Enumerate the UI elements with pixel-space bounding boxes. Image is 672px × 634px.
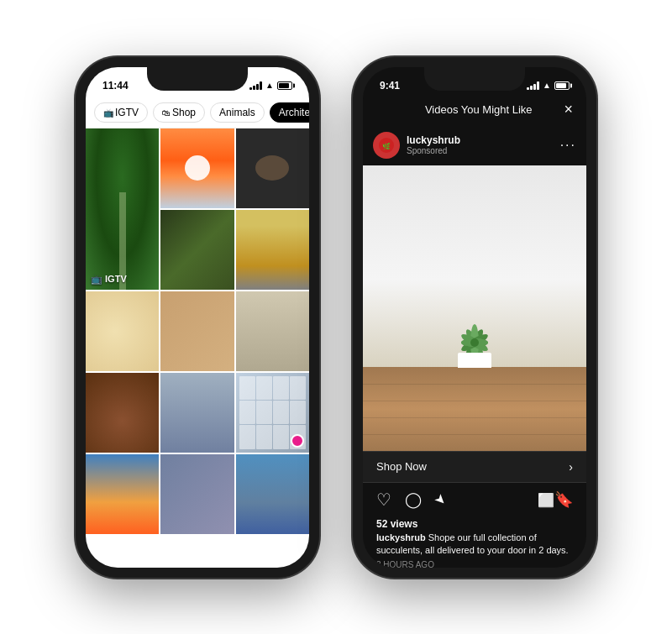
plant-visual xyxy=(441,284,508,371)
category-igtv[interactable]: 📺IGTV xyxy=(94,102,148,123)
post-info: 52 views luckyshrub Shope our full colle… xyxy=(363,516,586,568)
right-signal-icon xyxy=(527,81,539,90)
grid-cell-sunset[interactable] xyxy=(160,128,234,208)
views-count: 52 views xyxy=(376,518,573,530)
user-row: 🌿 luckyshrub Sponsored ··· xyxy=(363,125,586,165)
action-bar: ♡ ◯ ➤ 🔖 xyxy=(363,483,586,516)
grid-cell-books[interactable] xyxy=(160,454,234,534)
post-time: 3 HOURS AGO xyxy=(376,560,573,567)
video-header-title: Videos You Might Like xyxy=(393,103,564,116)
plant-svg xyxy=(441,284,508,368)
left-phone-screen: 11:44 ▲ 📺IGTV 🛍Shop xyxy=(86,67,309,568)
right-time: 9:41 xyxy=(380,80,400,92)
pink-dot xyxy=(291,434,304,448)
grid-cell-pasta[interactable] xyxy=(86,291,159,371)
close-button[interactable]: × xyxy=(564,101,573,118)
grid-cell-house[interactable] xyxy=(160,210,234,290)
post-caption: luckyshrub Shope our full collection of … xyxy=(376,532,573,558)
left-notch xyxy=(147,67,248,91)
left-time: 11:44 xyxy=(102,80,129,92)
username[interactable]: luckyshrub xyxy=(407,134,554,146)
video-header: Videos You Might Like × xyxy=(363,97,586,125)
grid-cell-surfer[interactable] xyxy=(236,454,309,534)
more-options-button[interactable]: ··· xyxy=(560,138,576,153)
left-signal-icon xyxy=(249,81,262,90)
right-status-icons: ▲ xyxy=(527,81,570,90)
shop-now-bar[interactable]: Shop Now › xyxy=(363,451,586,483)
svg-point-9 xyxy=(470,338,479,347)
grid-cell-eiffel[interactable] xyxy=(160,373,234,453)
grid-cell-car[interactable] xyxy=(236,210,309,290)
right-phone: 9:41 ▲ Videos You Might Like × xyxy=(353,57,596,578)
wood-floor xyxy=(363,367,586,451)
right-battery-icon xyxy=(554,81,570,90)
share-button[interactable]: ➤ xyxy=(431,490,450,509)
left-status-icons: ▲ xyxy=(249,81,292,90)
grid-cell-sky[interactable] xyxy=(86,454,159,534)
svg-rect-10 xyxy=(458,353,491,368)
comment-button[interactable]: ◯ xyxy=(405,490,422,509)
grid-cell-dog[interactable] xyxy=(236,291,309,371)
shop-now-arrow-icon: › xyxy=(569,460,573,474)
bookmark-button[interactable]: 🔖 xyxy=(538,490,573,509)
left-battery-icon xyxy=(277,81,292,90)
video-poster[interactable] xyxy=(363,165,586,451)
left-phone: 11:44 ▲ 📺IGTV 🛍Shop xyxy=(76,57,319,578)
user-avatar: 🌿 xyxy=(373,132,400,159)
left-wifi-icon: ▲ xyxy=(265,81,274,90)
caption-username[interactable]: luckyshrub xyxy=(376,532,426,542)
explore-grid: 📺 IGTV xyxy=(86,128,309,534)
grid-cell-food-dark[interactable] xyxy=(236,128,309,208)
grid-cell-building[interactable] xyxy=(236,373,309,453)
igtv-label: 📺 IGTV xyxy=(91,274,127,285)
user-info: luckyshrub Sponsored xyxy=(407,134,554,155)
svg-text:🌿: 🌿 xyxy=(382,142,391,150)
right-notch xyxy=(424,67,525,91)
category-shop[interactable]: 🛍Shop xyxy=(153,102,205,123)
category-animals[interactable]: Animals xyxy=(210,102,265,123)
grid-cell-coffee[interactable] xyxy=(86,373,159,453)
shop-now-label[interactable]: Shop Now xyxy=(376,460,427,473)
category-architecture[interactable]: Architecture xyxy=(270,102,309,123)
like-button[interactable]: ♡ xyxy=(376,490,391,510)
grid-cell-forest[interactable]: 📺 IGTV xyxy=(86,128,159,290)
grid-cell-food1[interactable] xyxy=(160,291,234,371)
right-wifi-icon: ▲ xyxy=(543,81,551,90)
avatar-logo: 🌿 xyxy=(378,137,395,154)
right-phone-screen: 9:41 ▲ Videos You Might Like × xyxy=(363,67,586,568)
category-bar[interactable]: 📺IGTV 🛍Shop Animals Architecture Ho... xyxy=(86,97,309,128)
sponsored-label: Sponsored xyxy=(407,146,554,155)
